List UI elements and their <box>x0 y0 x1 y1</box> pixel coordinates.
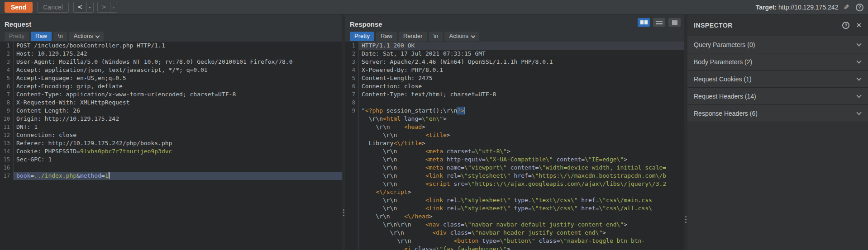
response-tab-n[interactable]: \n <box>429 32 443 41</box>
response-line-wrap-23[interactable]: \r\n\r\n <nav class=\"navbar navbar-defa… <box>345 221 684 229</box>
inspector-section-body-parameters[interactable]: Body Parameters (2) <box>687 53 868 71</box>
response-tab-render[interactable]: Render <box>399 32 427 41</box>
line-number <box>345 156 359 164</box>
request-line-13[interactable]: 13Referer: http://10.129.175.242/php/boo… <box>0 139 342 147</box>
forward-dropdown-icon[interactable]: ▾ <box>110 2 117 12</box>
line-number: 8 <box>345 99 359 107</box>
code-segment: method <box>80 172 101 179</box>
request-tab-actions[interactable]: Actions <box>69 32 104 41</box>
code-segment: book <box>16 172 30 179</box>
response-line-2[interactable]: 2Date: Sat, 17 Jul 2021 07:33:15 GMT <box>345 50 684 58</box>
request-line-9[interactable]: 9Content-Length: 26 <box>0 107 342 115</box>
request-line-2[interactable]: 2Host: 10.129.175.242 <box>0 50 342 58</box>
response-line-wrap-25[interactable]: \r\n <button type=\"button\" class=\"nav… <box>345 237 684 245</box>
view-split-columns-button[interactable] <box>638 18 650 27</box>
code-text: POST /includes/bookController.php HTTP/1… <box>14 42 342 50</box>
request-line-12[interactable]: 12Connection: close <box>0 131 342 139</box>
code-segment: <meta <box>425 156 443 163</box>
code-text: \r\n <div class=\"navbar-header justify-… <box>359 229 684 237</box>
response-tab-raw[interactable]: Raw <box>376 32 397 41</box>
edit-target-icon[interactable]: ✎ <box>844 3 849 11</box>
inspector-section-request-headers[interactable]: Request Headers (14) <box>687 88 868 105</box>
response-line-9[interactable]: 9"<?php session_start();\r\n?> <box>345 107 684 115</box>
inspector-close-icon[interactable]: ✕ <box>856 21 862 29</box>
request-line-3[interactable]: 3User-Agent: Mozilla/5.0 (Windows NT 10.… <box>0 58 342 66</box>
code-segment: name= <box>443 164 464 171</box>
response-line-wrap-22[interactable]: \r\n <\/head> <box>345 212 684 221</box>
request-tab-pretty[interactable]: Pretty <box>5 32 29 41</box>
history-forward-group[interactable]: > ▾ <box>97 2 118 13</box>
forward-arrow-icon[interactable]: > <box>98 2 110 12</box>
response-line-wrap-12[interactable]: \r\n <title> <box>345 131 684 139</box>
cancel-button[interactable]: Cancel <box>37 2 69 13</box>
tab-label: Actions <box>74 33 93 39</box>
splitter-handle-icon[interactable] <box>685 216 687 223</box>
response-line-5[interactable]: 5Content-Length: 2475 <box>345 74 684 82</box>
code-segment: \"stylesheet\" <box>461 172 510 179</box>
code-segment: 1 <box>105 172 109 179</box>
code-segment: \"utf-8\" <box>475 148 506 155</box>
code-segment: Cookie: PHPSESSID= <box>16 148 80 155</box>
response-line-wrap-10[interactable]: \r\n<html lang=\"en\"> <box>345 115 684 123</box>
response-line-wrap-20[interactable]: \r\n <link rel=\"stylesheet\" type=\"tex… <box>345 196 684 204</box>
request-line-4[interactable]: 4Accept: application/json, text/javascri… <box>0 66 342 74</box>
code-segment: rel= <box>443 205 461 212</box>
inspector-section-request-cookies[interactable]: Request Cookies (1) <box>687 71 868 88</box>
response-line-wrap-18[interactable]: \r\n <script src=\"https:\/\/ajax.google… <box>345 180 684 188</box>
back-arrow-icon[interactable]: < <box>74 2 86 12</box>
request-line-15[interactable]: 15Sec-GPC: 1 <box>0 156 342 164</box>
inspector-help-icon[interactable]: ? <box>842 22 849 29</box>
response-line-1[interactable]: 1HTTP/1.1 200 OK <box>345 42 684 50</box>
line-number: 12 <box>0 131 14 139</box>
request-line-11[interactable]: 11DNT: 1 <box>0 123 342 131</box>
code-text: <\/script> <box>359 188 684 196</box>
line-number: 14 <box>0 147 14 156</box>
code-segment <box>362 245 404 250</box>
request-line-10[interactable]: 10Origin: http://10.129.175.242 <box>0 115 342 123</box>
splitter-handle-icon[interactable] <box>343 209 344 216</box>
line-number <box>345 131 359 139</box>
request-line-5[interactable]: 5Accept-Language: en-US,en;q=0.5 <box>0 74 342 82</box>
request-line-1[interactable]: 1POST /includes/bookController.php HTTP/… <box>0 42 342 50</box>
response-tab-pretty[interactable]: Pretty <box>350 32 374 41</box>
back-dropdown-icon[interactable]: ▾ <box>86 2 93 12</box>
response-line-wrap-13[interactable]: Library<\/title> <box>345 139 684 147</box>
request-tab-raw[interactable]: Raw <box>31 32 52 41</box>
response-line-wrap-15[interactable]: \r\n <meta http-equiv=\"X-UA-Compatible\… <box>345 156 684 164</box>
response-line-wrap-16[interactable]: \r\n <meta name=\"viewport\" content=\"w… <box>345 164 684 172</box>
response-editor[interactable]: 1HTTP/1.1 200 OK2Date: Sat, 17 Jul 2021 … <box>345 42 684 250</box>
request-line-8[interactable]: 8X-Requested-With: XMLHttpRequest <box>0 99 342 107</box>
request-response-splitter[interactable] <box>342 15 345 250</box>
help-icon[interactable]: ? <box>856 4 863 11</box>
response-inspector-splitter[interactable] <box>684 15 687 250</box>
history-back-group[interactable]: < ▾ <box>73 2 94 13</box>
response-line-wrap-11[interactable]: \r\n <head> <box>345 123 684 131</box>
response-line-8[interactable]: 8 <box>345 99 684 107</box>
view-single-pane-button[interactable] <box>668 18 681 27</box>
inspector-section-response-headers[interactable]: Response Headers (6) <box>687 105 868 122</box>
send-button[interactable]: Send <box>5 2 33 13</box>
request-tab-n[interactable]: \n <box>53 32 67 41</box>
response-line-3[interactable]: 3Server: Apache/2.4.46 (Win64) OpenSSL/1… <box>345 58 684 66</box>
response-line-wrap-26[interactable]: <i class=\"fas fa-hamburger\"> <box>345 245 684 250</box>
request-line-17[interactable]: 17book=../index.php&method=1 <box>0 172 342 180</box>
response-line-wrap-21[interactable]: \r\n <link rel=\"stylesheet\" type=\"tex… <box>345 204 684 212</box>
inspector-section-query-parameters[interactable]: Query Parameters (0) <box>687 36 868 53</box>
request-editor[interactable]: 1POST /includes/bookController.php HTTP/… <box>0 42 342 250</box>
response-line-4[interactable]: 4X-Powered-By: PHP/8.0.1 <box>345 66 684 74</box>
line-number: 13 <box>0 139 14 147</box>
code-segment: & <box>76 172 80 179</box>
request-line-7[interactable]: 7Content-Type: application/x-www-form-ur… <box>0 90 342 99</box>
request-line-16[interactable]: 16 <box>0 164 342 172</box>
request-line-14[interactable]: 14Cookie: PHPSESSID=9lvbs0pbc7r7tnurijeo… <box>0 147 342 156</box>
response-line-wrap-24[interactable]: \r\n <div class=\"navbar-header justify-… <box>345 229 684 237</box>
view-split-rows-button[interactable] <box>653 18 665 27</box>
response-title: Response <box>350 20 684 28</box>
response-line-6[interactable]: 6Connection: close <box>345 82 684 90</box>
response-line-wrap-19[interactable]: <\/script> <box>345 188 684 196</box>
response-line-7[interactable]: 7Content-Type: text/html; charset=UTF-8 <box>345 90 684 99</box>
response-line-wrap-14[interactable]: \r\n <meta charset=\"utf-8\"> <box>345 147 684 156</box>
request-line-6[interactable]: 6Accept-Encoding: gzip, deflate <box>0 82 342 90</box>
response-tab-actions[interactable]: Actions <box>444 32 479 41</box>
response-line-wrap-17[interactable]: \r\n <link rel=\"stylesheet\" href=\"htt… <box>345 172 684 180</box>
